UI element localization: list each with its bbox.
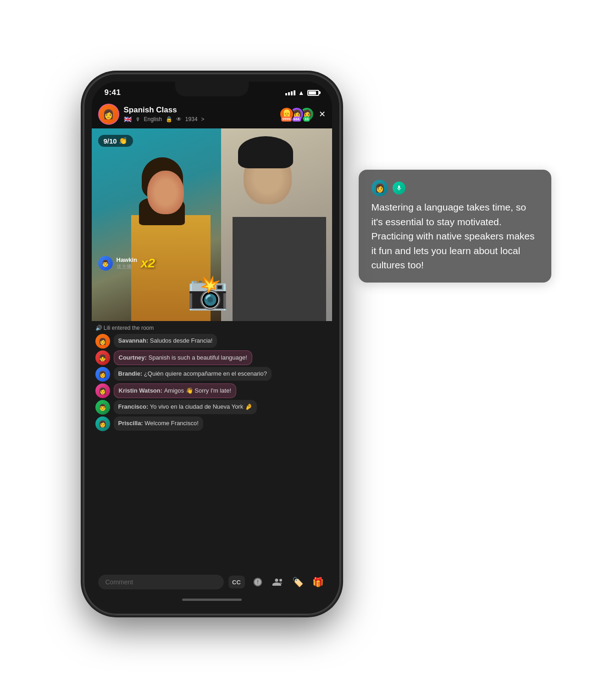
gift-button[interactable]: 🎁	[311, 575, 326, 589]
video-right	[221, 128, 332, 321]
wifi-icon: ▲	[298, 89, 305, 96]
bubble-avatar: 👩	[372, 180, 388, 196]
users-button[interactable]	[271, 575, 285, 589]
chat-sender-brandie: Brandie:	[118, 370, 144, 377]
score-emoji: 👏	[119, 137, 128, 145]
viewer-badge-1: 9999	[281, 117, 292, 122]
video-area: 9/10 👏 👨 Hawkin 送主播 x2	[92, 128, 332, 321]
x2-label: x2	[141, 256, 155, 271]
chat-avatar-priscilla[interactable]: 👩	[95, 416, 110, 431]
chat-text-francisco: Yo vivo en la ciudad de Nueva York 🤌	[150, 403, 252, 410]
chat-msg-savannah: Savannah: Saludos desde Francia!	[114, 334, 217, 348]
tag-button[interactable]: 🏷️	[291, 575, 305, 589]
chat-sender-courtney: Courtney:	[119, 354, 149, 361]
phone-button[interactable]	[250, 575, 265, 589]
notch	[175, 82, 249, 96]
chat-sender-savannah: Savannah:	[118, 337, 150, 344]
mic-icon: 🎙	[135, 117, 140, 122]
lock-icon: 🔒	[166, 116, 172, 122]
room-title: Spanish Class	[124, 105, 275, 115]
viewer-avatar-1[interactable]: 👱‍♀️ 9999	[279, 107, 294, 122]
gift-sender-name: Hawkin	[117, 256, 138, 263]
chat-sender-priscilla: Priscilla:	[118, 420, 145, 427]
chat-sender-francisco: Francisco:	[118, 403, 150, 410]
svg-point-2	[279, 579, 282, 582]
header-info: Spanish Class 🇬🇧 🎙 English 🔒 👁 1934 >	[124, 105, 275, 123]
score-value: 9/10	[104, 137, 117, 145]
gift-sender-avatar: 👨	[98, 256, 113, 271]
battery-icon	[307, 90, 319, 96]
host-avatar[interactable]: 👩	[98, 104, 119, 125]
bubble-mic-icon	[393, 182, 405, 194]
gift-action-label: 送主播	[117, 263, 138, 270]
language-label: English	[144, 116, 162, 122]
camera-gift-icon: 📸	[187, 273, 228, 312]
chat-sender-kristin: Kristin Watson:	[119, 387, 164, 394]
chat-text-courtney: Spanish is such a beautiful language!	[149, 354, 247, 361]
chat-avatar-courtney[interactable]: 👧	[95, 350, 110, 365]
chat-row-priscilla: 👩 Priscilla: Welcome Francisco!	[95, 416, 328, 431]
bottom-icons: CC 🏷️ 🎁	[228, 575, 326, 589]
viewer-badge-2: 666	[292, 117, 301, 122]
status-icons: ▲	[285, 89, 319, 96]
chat-row-brandie: 👩 Brandie: ¿Quién quiere acompañarme en …	[95, 367, 328, 382]
screen: 9:41 ▲ 👩	[92, 82, 332, 606]
chat-avatar-savannah[interactable]: 👩	[95, 334, 110, 349]
gift-info: Hawkin 送主播	[117, 256, 138, 270]
chat-text-brandie: ¿Quién quiere acompañarme en el escenari…	[144, 370, 267, 377]
chat-row-francisco: 👨 Francisco: Yo vivo en la ciudad de Nue…	[95, 400, 328, 415]
language-flag-icon: 🇬🇧	[124, 116, 132, 123]
chat-text-savannah: Saludos desde Francia!	[150, 337, 213, 344]
svg-point-1	[275, 579, 278, 582]
system-message: 🔊 Lili entered the room	[95, 324, 328, 332]
chat-area: 🔊 Lili entered the room 👩 Savannah: Salu…	[92, 321, 332, 570]
room-header: 👩 Spanish Class 🇬🇧 🎙 English 🔒 👁 1934 >	[92, 100, 332, 128]
viewer-badge-3: 33	[303, 117, 310, 122]
chat-text-priscilla: Welcome Francisco!	[144, 420, 199, 427]
system-msg-text: 🔊 Lili entered the room	[95, 325, 154, 331]
room-meta: 🇬🇧 🎙 English 🔒 👁 1934 >	[124, 116, 275, 123]
chat-row-savannah: 👩 Savannah: Saludos desde Francia!	[95, 334, 328, 349]
speech-bubble-text: Mastering a language takes time, so it's…	[372, 202, 535, 270]
eye-icon: 👁	[176, 116, 182, 122]
chat-text-kristin: Amigos 👋 Sorry I'm late!	[164, 387, 231, 394]
chat-avatar-kristin[interactable]: 👩	[95, 383, 110, 398]
chat-row-kristin: 👩 Kristin Watson: Amigos 👋 Sorry I'm lat…	[95, 383, 328, 398]
phone-shell: 9:41 ▲ 👩	[83, 73, 340, 615]
close-button[interactable]: ✕	[319, 109, 326, 119]
home-indicator	[92, 595, 332, 606]
eye-count: 1934	[185, 116, 198, 122]
header-right: 👱‍♀️ 9999 👩 666 🧔 33 ✕	[279, 107, 326, 122]
cc-button[interactable]: CC	[228, 576, 245, 588]
chat-avatar-francisco[interactable]: 👨	[95, 400, 110, 415]
chat-avatar-brandie[interactable]: 👩	[95, 367, 110, 382]
chat-row-courtney: 👧 Courtney: Spanish is such a beautiful …	[95, 350, 328, 365]
more-arrow: >	[201, 116, 205, 122]
home-bar	[182, 599, 242, 601]
chat-msg-courtney: Courtney: Spanish is such a beautiful la…	[114, 350, 252, 365]
chat-msg-kristin: Kristin Watson: Amigos 👋 Sorry I'm late!	[114, 383, 237, 398]
viewer-avatars: 👱‍♀️ 9999 👩 666 🧔 33	[279, 107, 314, 122]
chat-msg-brandie: Brandie: ¿Quién quiere acompañarme en el…	[114, 367, 272, 381]
speech-bubble: 👩 Mastering a language takes time, so it…	[359, 170, 551, 283]
gift-notification: 👨 Hawkin 送主播 x2	[98, 256, 155, 271]
status-time: 9:41	[105, 88, 121, 97]
chat-msg-francisco: Francisco: Yo vivo en la ciudad de Nueva…	[114, 400, 257, 414]
scene: 9:41 ▲ 👩	[56, 23, 561, 665]
signal-bars-icon	[285, 90, 295, 95]
comment-input[interactable]: Comment	[98, 575, 224, 589]
chat-msg-priscilla: Priscilla: Welcome Francisco!	[114, 416, 203, 430]
bottom-bar: Comment CC 🏷️ 🎁	[92, 570, 332, 595]
score-badge: 9/10 👏	[98, 135, 133, 147]
